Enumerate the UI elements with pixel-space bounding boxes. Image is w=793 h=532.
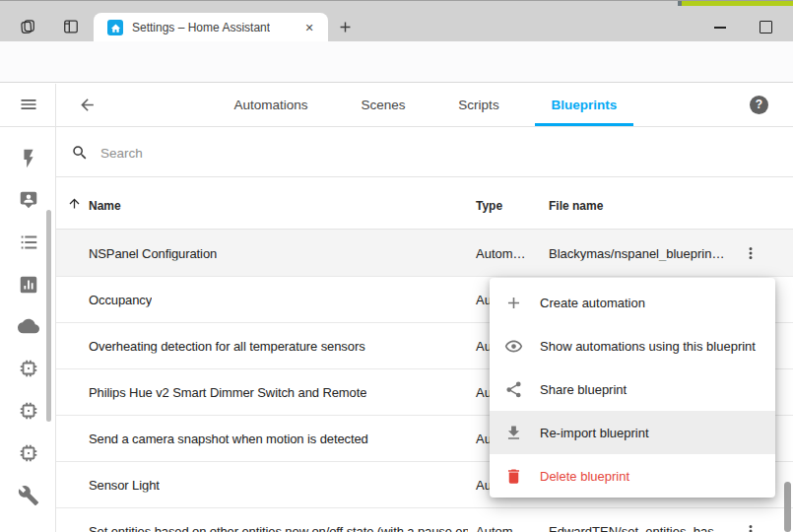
row-name: Send a camera snapshot when motion is de…: [89, 432, 368, 446]
vertical-tabs-icon[interactable]: [61, 17, 81, 36]
table-row[interactable]: NSPanel Configuration Autom… Blackymas/n…: [56, 230, 793, 277]
row-type: Autom…: [476, 245, 526, 260]
menu-item-show-automations[interactable]: Show automations using this blueprint: [490, 324, 775, 367]
tab-automations[interactable]: Automations: [233, 98, 307, 112]
cloud-icon[interactable]: [18, 315, 39, 337]
list-icon[interactable]: [18, 232, 39, 253]
minimize-icon[interactable]: [714, 27, 726, 29]
sidebar: [0, 84, 56, 532]
menu-item-label: Show automations using this blueprint: [540, 339, 756, 354]
row-name: Sensor Light: [89, 478, 160, 493]
close-icon[interactable]: ✕: [301, 20, 317, 35]
maximize-icon[interactable]: [760, 21, 772, 33]
home-assistant-app: Automations Scenes Scripts Blueprints ? …: [0, 84, 793, 532]
share-icon: [504, 380, 523, 399]
history-chart-icon[interactable]: [18, 274, 39, 296]
column-file-name[interactable]: File name: [549, 199, 603, 213]
row-file: EdwardTEN/set_entities_bas…: [549, 524, 727, 532]
menu-item-reimport-blueprint[interactable]: Re-import blueprint: [490, 411, 775, 454]
sort-ascending-icon[interactable]: [67, 196, 82, 211]
main-scrollbar[interactable]: [784, 482, 791, 532]
context-menu: Create automation Show automations using…: [490, 278, 775, 498]
tab-blueprints[interactable]: Blueprints: [552, 98, 618, 112]
table-row[interactable]: Set entities based on other entities new…: [56, 508, 793, 532]
home-assistant-favicon: [107, 20, 123, 35]
menu-item-share-blueprint[interactable]: Share blueprint: [490, 367, 775, 411]
row-name: Philips Hue v2 Smart Dimmer Switch and R…: [89, 385, 366, 400]
search-icon: [71, 144, 89, 162]
help-icon[interactable]: ?: [750, 96, 768, 114]
back-arrow-icon[interactable]: [78, 96, 97, 114]
browser-window: Settings – Home Assistant ✕ Not secure h…: [0, 0, 793, 532]
tab-scenes[interactable]: Scenes: [361, 98, 405, 112]
trash-icon: [504, 467, 523, 486]
table-header: Name Type File name: [56, 178, 793, 230]
sidebar-scrollbar[interactable]: [46, 210, 51, 422]
wrench-icon[interactable]: [18, 485, 39, 506]
new-tab-icon[interactable]: [337, 19, 354, 35]
search-input[interactable]: [99, 141, 496, 165]
column-type[interactable]: Type: [476, 199, 502, 213]
menu-item-label: Share blueprint: [540, 382, 627, 397]
menu-item-label: Create automation: [540, 296, 645, 310]
menu-item-delete-blueprint[interactable]: Delete blueprint: [490, 454, 775, 498]
download-icon: [504, 424, 523, 442]
row-name: NSPanel Configuration: [89, 245, 217, 260]
menu-item-create-automation[interactable]: Create automation: [490, 281, 775, 324]
chip-icon[interactable]: [18, 358, 39, 379]
plus-icon: [504, 294, 523, 312]
row-file: Blackymas/nspanel_blueprin…: [549, 245, 724, 260]
browser-tab[interactable]: Settings – Home Assistant ✕: [94, 13, 328, 42]
user-badge-icon[interactable]: [18, 189, 39, 211]
chip-icon[interactable]: [18, 442, 39, 464]
kebab-menu-icon[interactable]: [742, 244, 760, 262]
row-name: Occupancy: [89, 293, 152, 307]
flash-icon[interactable]: [18, 148, 39, 169]
kebab-menu-icon[interactable]: [742, 522, 760, 532]
workspaces-icon[interactable]: [18, 17, 37, 36]
tab-scripts[interactable]: Scripts: [458, 98, 498, 112]
row-name: Set entities based on other entities new…: [89, 524, 468, 532]
row-type: Autom…: [476, 524, 526, 532]
browser-titlebar: Settings – Home Assistant ✕: [0, 0, 793, 41]
browser-toolbar: Not secure homeassistant.local:8123/… A)…: [0, 41, 793, 83]
eye-icon: [504, 337, 523, 356]
row-name: Overheating detection for all temperatur…: [89, 339, 365, 354]
menu-icon[interactable]: [19, 95, 38, 114]
chip-icon[interactable]: [18, 400, 39, 422]
column-name[interactable]: Name: [89, 199, 121, 213]
search-row: [56, 127, 793, 177]
tab-title: Settings – Home Assistant: [132, 21, 270, 34]
menu-item-label: Delete blueprint: [540, 469, 629, 484]
menu-item-label: Re-import blueprint: [540, 426, 649, 440]
background-window-strip: [682, 1, 793, 6]
